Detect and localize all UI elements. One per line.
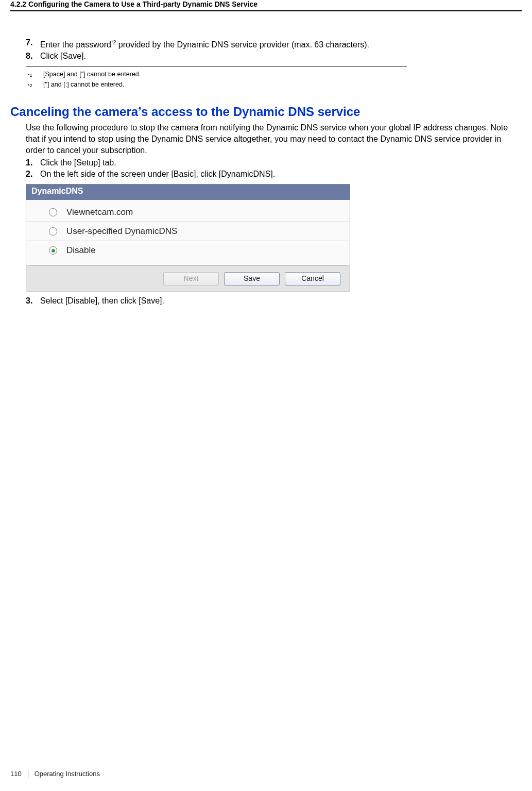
step-text: Click [Save]. (40, 51, 520, 62)
radio-label: Viewnetcam.com (66, 207, 133, 217)
cancel-steps-list: 1. Click the [Setup] tab. 2. On the left… (26, 157, 522, 180)
step-number: 3. (26, 295, 40, 307)
list-item: 8. Click [Save]. (26, 51, 520, 62)
radio-group: Viewnetcam.com User-specified DynamicDNS… (26, 200, 350, 265)
radio-option-viewnetcam[interactable]: Viewnetcam.com (26, 203, 350, 222)
section-title: 4.2.2 Configuring the Camera to Use a Th… (10, 0, 258, 8)
cancel-button[interactable]: Cancel (285, 272, 340, 285)
step-number: 1. (26, 157, 40, 169)
button-bar: Next Save Cancel (26, 265, 350, 292)
step-number: 2. (26, 169, 40, 180)
continued-steps-list: 7. Enter the password*2 provided by the … (26, 37, 520, 62)
footnote-divider (26, 66, 407, 66)
list-item: 2. On the left side of the screen under … (26, 169, 522, 180)
page-footer: 110 Operating Instructions (10, 770, 100, 778)
radio-label: Disable (66, 245, 96, 256)
subsection-heading: Canceling the camera’s access to the Dyn… (10, 105, 522, 119)
step-text: On the left side of the screen under [Ba… (40, 169, 522, 180)
radio-icon (49, 227, 57, 235)
list-item: 1. Click the [Setup] tab. (26, 157, 522, 169)
footnote: *1 [Space] and ["] cannot be entered. (28, 70, 520, 80)
radio-option-user-ddns[interactable]: User-specified DynamicDNS (26, 222, 350, 241)
save-button[interactable]: Save (224, 272, 280, 285)
step-text: Click the [Setup] tab. (40, 157, 522, 169)
footnote-marker: *2 (28, 80, 43, 90)
next-button: Next (163, 272, 219, 285)
radio-icon (49, 208, 57, 216)
radio-option-disable[interactable]: Disable (26, 241, 350, 260)
section-header: 4.2.2 Configuring the Camera to Use a Th… (10, 0, 522, 11)
step-text: Enter the password*2 provided by the Dyn… (40, 37, 520, 51)
footnote: *2 ["] and [:] cannot be entered. (28, 80, 520, 90)
footnote-text: ["] and [:] cannot be entered. (43, 80, 520, 90)
page-number: 110 (10, 770, 28, 778)
footer-doc-title: Operating Instructions (35, 770, 100, 778)
radio-label: User-specified DynamicDNS (66, 226, 177, 237)
step-number: 7. (26, 37, 40, 51)
intro-paragraph: Use the following procedure to stop the … (26, 122, 522, 156)
footnotes-block: *1 [Space] and ["] cannot be entered. *2… (28, 70, 520, 90)
panel-title: DynamicDNS (26, 184, 350, 200)
footnote-ref: *2 (111, 40, 116, 45)
dynamicdns-panel-screenshot: DynamicDNS Viewnetcam.com User-specified… (26, 184, 350, 292)
radio-dot-icon (52, 249, 55, 253)
list-item: 7. Enter the password*2 provided by the … (26, 37, 520, 51)
cancel-steps-list-continued: 3. Select [Disable], then click [Save]. (26, 295, 522, 307)
list-item: 3. Select [Disable], then click [Save]. (26, 295, 522, 307)
step-number: 8. (26, 51, 40, 62)
step-text: Select [Disable], then click [Save]. (40, 295, 522, 307)
footnote-marker: *1 (28, 70, 43, 80)
radio-icon-selected (49, 246, 57, 255)
footnote-text: [Space] and ["] cannot be entered. (43, 70, 520, 80)
